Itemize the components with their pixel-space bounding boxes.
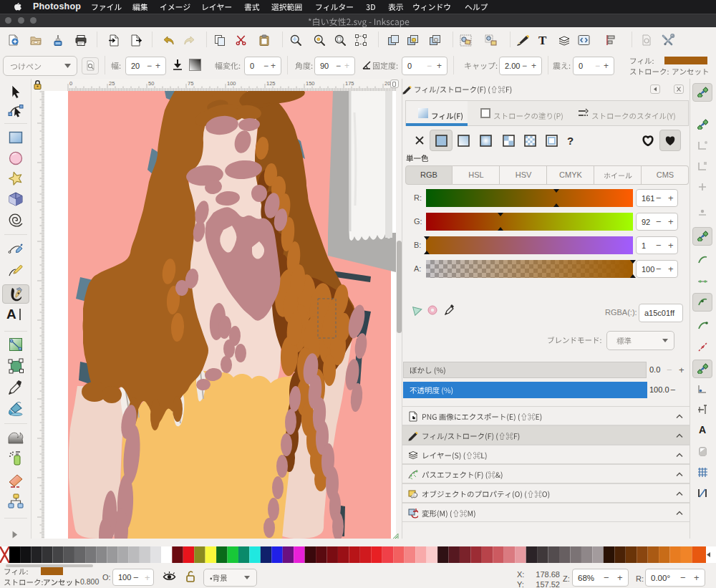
svg-text:50: 50 <box>148 80 154 87</box>
svg-text:A: A <box>699 424 706 435</box>
svg-text:125: 125 <box>266 80 276 87</box>
svg-text:150: 150 <box>306 80 315 87</box>
svg-text:75: 75 <box>188 80 193 87</box>
svg-text:0: 0 <box>69 80 72 87</box>
svg-text:175: 175 <box>345 80 354 87</box>
svg-text:100: 100 <box>227 80 236 87</box>
svg-text:25: 25 <box>109 80 115 87</box>
